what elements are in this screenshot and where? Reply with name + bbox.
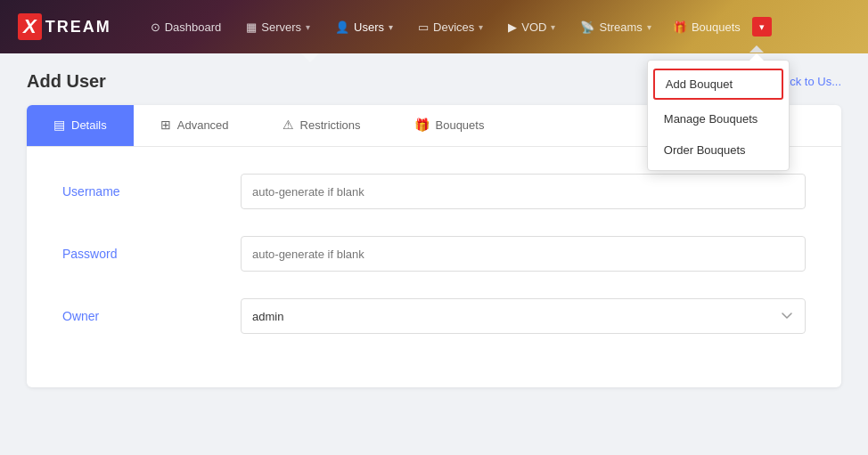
tab-details-label: Details — [71, 118, 107, 132]
username-label: Username — [62, 184, 241, 199]
tab-details[interactable]: ▤ Details — [27, 105, 134, 146]
restrictions-tab-icon: ⚠ — [283, 118, 294, 132]
nav-label-bouquets: Bouquets — [692, 20, 741, 34]
tab-bouquets[interactable]: 🎁 Bouquets — [388, 105, 512, 146]
dropdown-item-order-bouquets[interactable]: Order Bouquets — [648, 134, 789, 166]
tab-restrictions-label: Restrictions — [300, 118, 361, 132]
nav-item-bouquets[interactable]: 🎁 Bouquets — [664, 13, 749, 41]
bouquets-tab-icon: 🎁 — [414, 118, 430, 132]
nav-item-devices[interactable]: ▭ Devices ▾ — [405, 13, 495, 41]
owner-label: Owner — [62, 309, 241, 323]
owner-select[interactable]: admin — [241, 298, 806, 334]
nav-item-servers[interactable]: ▦ Servers ▾ — [233, 13, 323, 41]
tab-restrictions[interactable]: ⚠ Restrictions — [256, 105, 388, 146]
bouquets-dropdown-button[interactable]: ▾ — [752, 17, 772, 37]
logo: X TREAM — [18, 13, 111, 40]
tab-advanced-label: Advanced — [177, 118, 229, 132]
username-input[interactable] — [241, 174, 806, 209]
dropdown-item-add-bouquet[interactable]: Add Bouquet — [653, 69, 783, 100]
bouquets-dropdown-menu: Add Bouquet Manage Bouquets Order Bouque… — [647, 60, 790, 171]
servers-icon: ▦ — [246, 20, 257, 34]
users-nav-arrow — [301, 53, 319, 62]
devices-icon: ▭ — [418, 20, 429, 34]
tab-bouquets-label: Bouquets — [436, 118, 485, 132]
page-title: Add User — [27, 71, 106, 92]
dropdown-arrow — [749, 53, 764, 61]
nav-item-vod[interactable]: ▶ VOD ▾ — [495, 13, 568, 41]
nav-label-streams: Streams — [599, 20, 642, 34]
nav-label-servers: Servers — [261, 20, 301, 34]
streams-icon: 📡 — [580, 20, 594, 34]
users-icon: 👤 — [335, 20, 349, 34]
nav-label-devices: Devices — [433, 20, 474, 34]
bouquets-container: 🎁 Bouquets ▾ Add Bouquet Manage Bouquets… — [664, 13, 772, 41]
password-label: Password — [62, 247, 241, 261]
logo-x: X — [18, 13, 42, 40]
header: X TREAM ⊙ Dashboard ▦ Servers ▾ 👤 Users … — [0, 0, 868, 53]
devices-chevron-icon: ▾ — [479, 22, 483, 32]
details-tab-icon: ▤ — [53, 118, 65, 132]
bouquets-icon: 🎁 — [673, 20, 687, 34]
dashboard-icon: ⊙ — [151, 20, 160, 34]
form-row-owner: Owner admin — [62, 298, 806, 334]
form-row-username: Username — [62, 174, 806, 209]
bouquets-chevron-icon: ▾ — [759, 21, 765, 33]
nav-item-dashboard[interactable]: ⊙ Dashboard — [138, 13, 234, 41]
vod-chevron-icon: ▾ — [551, 22, 555, 32]
nav-item-streams[interactable]: 📡 Streams ▾ — [568, 13, 663, 41]
servers-chevron-icon: ▾ — [306, 22, 310, 32]
form-row-password: Password — [62, 236, 806, 272]
streams-chevron-icon: ▾ — [647, 22, 651, 32]
tab-advanced[interactable]: ⊞ Advanced — [134, 105, 256, 146]
nav-label-users: Users — [354, 20, 384, 34]
vod-icon: ▶ — [508, 20, 517, 34]
password-input[interactable] — [241, 236, 806, 272]
form-body: Username Password Owner admin — [27, 147, 841, 387]
main-nav: ⊙ Dashboard ▦ Servers ▾ 👤 Users ▾ ▭ Devi… — [138, 13, 850, 41]
users-chevron-icon: ▾ — [389, 22, 393, 32]
nav-label-vod: VOD — [521, 20, 546, 34]
nav-label-dashboard: Dashboard — [165, 20, 222, 34]
logo-text: TREAM — [45, 18, 111, 37]
nav-item-users[interactable]: 👤 Users ▾ — [323, 13, 405, 41]
advanced-tab-icon: ⊞ — [160, 118, 171, 132]
dropdown-item-manage-bouquets[interactable]: Manage Bouquets — [648, 103, 789, 134]
